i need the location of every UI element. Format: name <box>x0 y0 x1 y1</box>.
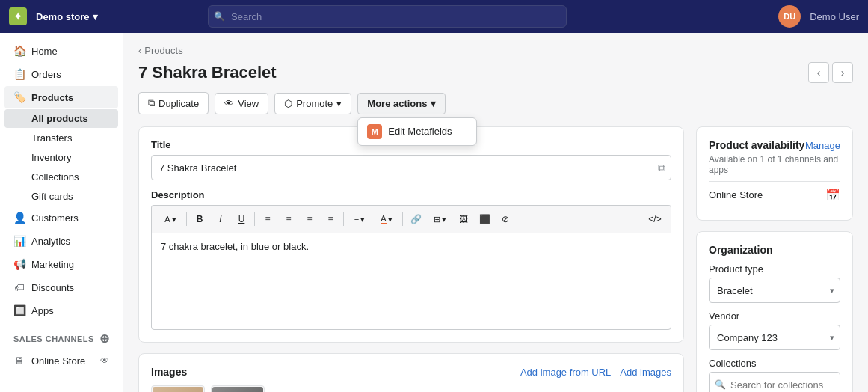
promote-button[interactable]: ⬡ Promote ▾ <box>274 93 351 114</box>
image-links: Add image from URL Add images <box>520 367 671 378</box>
edit-metafields-item[interactable]: M Edit Metafields <box>358 118 476 145</box>
calendar-icon[interactable]: 📅 <box>825 188 840 202</box>
sidebar-item-label: Analytics <box>31 236 70 247</box>
underline-btn[interactable]: U <box>232 210 251 228</box>
content-row: Title ⧉ Description A▾ B I U <box>138 126 853 392</box>
metafields-icon: M <box>367 124 382 139</box>
sidebar-item-label: Online Store <box>31 355 85 367</box>
sidebar-item-label: Customers <box>31 212 79 224</box>
sidebar-subitem-inventory[interactable]: Inventory <box>4 148 118 167</box>
store-name[interactable]: Demo store ▾ <box>36 11 98 22</box>
manage-link[interactable]: Manage <box>805 140 840 151</box>
vendor-select[interactable]: Company 123 <box>709 325 840 350</box>
sidebar-sub-label: Collections <box>31 171 79 183</box>
editor-toolbar: A▾ B I U ≡ ≡ ≡ ≡ ≡▾ <box>151 205 671 233</box>
next-product-button[interactable]: › <box>832 62 853 83</box>
search-icon: 🔍 <box>715 379 726 390</box>
sidebar-subitem-gift-cards[interactable]: Gift cards <box>4 187 118 206</box>
analytics-icon: 📊 <box>13 235 25 247</box>
toolbar-divider <box>186 212 187 226</box>
bracelet-image-1 <box>153 387 203 392</box>
vendor-wrapper: Company 123 ▾ <box>709 325 840 350</box>
clear-btn[interactable]: ⊘ <box>496 210 515 228</box>
source-btn[interactable]: </> <box>645 210 665 228</box>
outdent-btn[interactable]: ≡ <box>321 210 340 228</box>
sidebar-item-marketing[interactable]: 📢 Marketing <box>4 253 118 275</box>
font-size-btn[interactable]: A▾ <box>158 210 183 228</box>
online-store-label: Online Store <box>709 189 763 200</box>
vendor-label: Vendor <box>709 310 840 322</box>
avatar[interactable]: DU <box>778 5 801 28</box>
user-name[interactable]: Demo User <box>810 11 859 22</box>
orders-icon: 📋 <box>13 68 25 80</box>
shopify-logo: ✦ <box>9 7 27 25</box>
unordered-list-btn[interactable]: ≡ <box>258 210 277 228</box>
promote-icon: ⬡ <box>284 98 292 109</box>
sidebar-sub-label: Transfers <box>31 132 72 144</box>
image-btn[interactable]: 🖼 <box>454 210 473 228</box>
collections-label: Collections <box>709 358 840 369</box>
description-editor[interactable]: 7 chakra bracelet, in blue or black. <box>151 233 671 330</box>
product-image-1[interactable] <box>151 385 205 392</box>
org-title: Organization <box>709 244 840 256</box>
link-btn[interactable]: 🔗 <box>406 210 425 228</box>
chevron-down-icon: ▾ <box>93 11 98 22</box>
view-button[interactable]: 👁 View <box>215 93 268 114</box>
sidebar-item-home[interactable]: 🏠 Home <box>4 40 118 62</box>
sidebar-subitem-transfers[interactable]: Transfers <box>4 129 118 147</box>
search-input[interactable] <box>208 5 567 28</box>
ordered-list-btn[interactable]: ≡ <box>279 210 298 228</box>
duplicate-button[interactable]: ⧉ Duplicate <box>138 92 209 114</box>
table-btn[interactable]: ⊞▾ <box>427 210 452 228</box>
sidebar-sub-label: All products <box>31 113 88 124</box>
marketing-icon: 📢 <box>13 258 25 270</box>
sidebar-item-apps[interactable]: 🔲 Apps <box>4 299 118 322</box>
align-btn[interactable]: ≡▾ <box>347 210 372 228</box>
more-actions-button[interactable]: More actions ▾ <box>357 93 446 114</box>
sidebar-item-analytics[interactable]: 📊 Analytics <box>4 230 118 252</box>
bold-btn[interactable]: B <box>190 210 209 228</box>
breadcrumb[interactable]: ‹ Products <box>138 45 853 56</box>
collections-search-input[interactable] <box>709 372 840 392</box>
page-title: 7 Shakra Bracelet <box>138 63 277 82</box>
sidebar-subitem-all-products[interactable]: All products <box>4 109 118 128</box>
search-icon: 🔍 <box>214 11 225 22</box>
embed-btn[interactable]: ⬛ <box>475 210 494 228</box>
availability-header: Product availability Manage <box>709 139 840 151</box>
main-content: ‹ Products 7 Shakra Bracelet ‹ › ⧉ Dupli… <box>123 33 868 392</box>
indent-btn[interactable]: ≡ <box>300 210 319 228</box>
customers-icon: 👤 <box>13 212 25 224</box>
add-sales-channel-icon[interactable]: ⊕ <box>99 331 110 346</box>
home-icon: 🏠 <box>13 45 25 57</box>
sidebar-item-online-store[interactable]: 🖥 Online Store 👁 <box>4 349 118 372</box>
product-type-select[interactable]: Bracelet <box>709 278 840 303</box>
sidebar-item-customers[interactable]: 👤 Customers <box>4 206 118 229</box>
more-actions-wrapper: More actions ▾ M Edit Metafields <box>357 93 446 114</box>
add-image-url-link[interactable]: Add image from URL <box>520 367 611 378</box>
prev-product-button[interactable]: ‹ <box>808 62 829 83</box>
product-image-2[interactable] <box>211 385 265 392</box>
sidebar-subitem-collections[interactable]: Collections <box>4 168 118 186</box>
title-description-card: Title ⧉ Description A▾ B I U <box>138 126 684 343</box>
top-navigation: ✦ Demo store ▾ 🔍 DU Demo User <box>0 0 868 33</box>
collections-search: 🔍 <box>709 372 840 392</box>
copy-icon[interactable]: ⧉ <box>658 162 665 174</box>
font-color-btn[interactable]: A▾ <box>374 210 399 228</box>
product-form-side: Product availability Manage Available on… <box>696 126 853 392</box>
sidebar-item-label: Orders <box>31 69 61 80</box>
product-type-label: Product type <box>709 263 840 275</box>
italic-btn[interactable]: I <box>211 210 230 228</box>
sidebar-item-discounts[interactable]: 🏷 Discounts <box>4 276 118 298</box>
sidebar: 🏠 Home 📋 Orders 🏷️ Products All products… <box>0 33 123 392</box>
duplicate-icon: ⧉ <box>148 97 155 109</box>
add-images-link[interactable]: Add images <box>620 367 671 378</box>
apps-icon: 🔲 <box>13 304 25 316</box>
visibility-icon[interactable]: 👁 <box>100 355 109 366</box>
title-input[interactable] <box>151 155 671 180</box>
sidebar-item-products[interactable]: 🏷️ Products <box>4 86 118 108</box>
images-card: Images Add image from URL Add images <box>138 353 684 392</box>
image-thumbnails <box>151 385 671 392</box>
sidebar-item-orders[interactable]: 📋 Orders <box>4 63 118 85</box>
nav-arrows: ‹ › <box>808 62 853 83</box>
toolbar-divider <box>402 212 403 226</box>
